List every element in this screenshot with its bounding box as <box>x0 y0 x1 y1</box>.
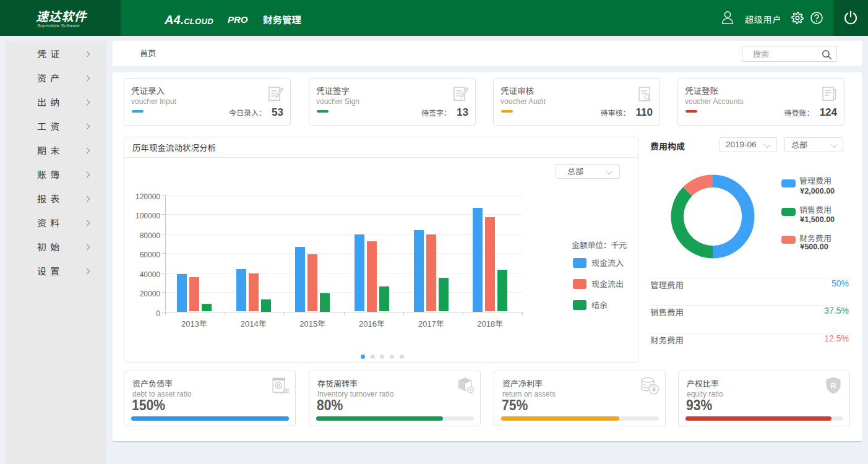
svg-text:¥: ¥ <box>652 385 656 393</box>
svg-text:R: R <box>830 382 836 390</box>
